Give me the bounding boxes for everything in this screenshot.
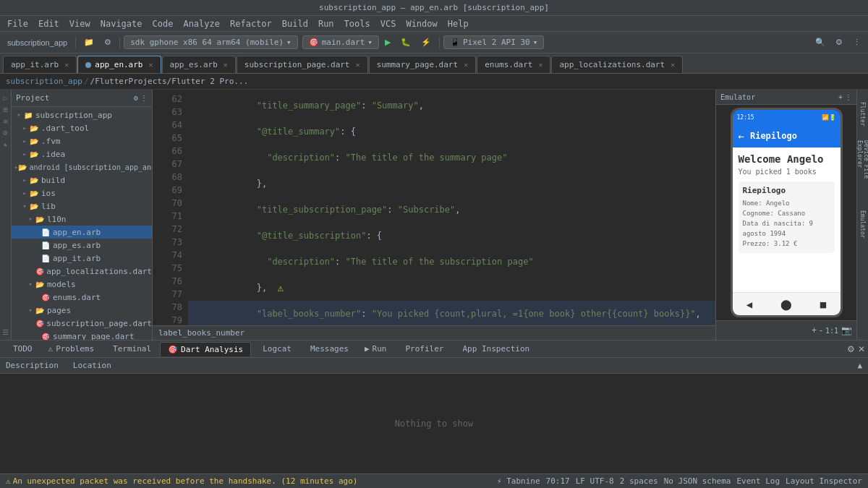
bottom-tab-problems[interactable]: ⚠ Problems bbox=[41, 342, 102, 356]
menu-code[interactable]: Code bbox=[148, 17, 178, 30]
menu-file[interactable]: File bbox=[3, 17, 33, 30]
project-header-gear[interactable]: ⚙ bbox=[134, 94, 138, 102]
toolbar-open-btn[interactable]: 📁 bbox=[80, 36, 98, 48]
code-editor[interactable]: "title_summary_page": "Summary", "@title… bbox=[188, 90, 715, 325]
bottom-tab-terminal[interactable]: Terminal bbox=[103, 342, 158, 356]
tab-enums-dart[interactable]: enums.dart ✕ bbox=[477, 56, 550, 73]
sidebar-icon-6[interactable]: ☰ bbox=[1, 327, 11, 337]
settings-btn[interactable]: ⚙ bbox=[831, 36, 847, 48]
tree-item-android[interactable]: ▸ 📂 android [subscription_app_android] bbox=[12, 160, 152, 174]
emulator-zoom-out[interactable]: - bbox=[820, 325, 822, 335]
emulator-selector[interactable]: 📱 Pixel 2 API 30 ▾ bbox=[443, 35, 544, 49]
emulator-header-btn1[interactable]: + bbox=[838, 93, 843, 101]
menu-analyze[interactable]: Analyze bbox=[179, 17, 224, 30]
bottom-tab-dart-analysis[interactable]: 🎯 Dart Analysis bbox=[160, 342, 251, 356]
bottom-tab-profiler[interactable]: Profiler bbox=[395, 342, 451, 356]
menu-vcs[interactable]: VCS bbox=[376, 17, 401, 30]
bottom-area: TODO ⚠ Problems Terminal 🎯 Dart Analysis… bbox=[0, 340, 868, 474]
run-button[interactable]: ▶ bbox=[380, 36, 395, 48]
tree-item-idea[interactable]: ▸ 📂 .idea bbox=[12, 147, 152, 160]
menu-view[interactable]: View bbox=[65, 17, 95, 30]
menu-refactor[interactable]: Refactor bbox=[226, 17, 276, 30]
phone-nav-recents[interactable]: ■ bbox=[820, 299, 826, 310]
more-btn[interactable]: ⋮ bbox=[848, 36, 865, 48]
bottom-tab-run[interactable]: ▶ Run bbox=[357, 342, 394, 356]
tree-item-fvm[interactable]: ▸ 📂 .fvm bbox=[12, 134, 152, 147]
tab-app-it-arb[interactable]: app_it.arb ✕ bbox=[3, 56, 77, 73]
breadcrumb-project[interactable]: subscription_app bbox=[6, 77, 82, 86]
toolbar-settings-btn[interactable]: ⚙ bbox=[100, 36, 116, 48]
tree-item-build[interactable]: ▸ 📂 build bbox=[12, 174, 152, 187]
phone-back-btn[interactable]: ← bbox=[739, 130, 744, 142]
left-sidebar-icons: ▷ ⊞ ≡ ⚙ ★ ☰ bbox=[0, 90, 12, 340]
tab-subscription-page-dart[interactable]: subscription_page.dart ✕ bbox=[237, 56, 368, 73]
device-selector[interactable]: sdk gphone x86 64 arm64 (mobile) ▾ bbox=[124, 35, 298, 49]
phone-nav-back[interactable]: ◀ bbox=[746, 299, 752, 310]
phone-nav-home[interactable]: ⬤ bbox=[780, 299, 792, 310]
tab-app-en-arb[interactable]: app_en.arb ✕ bbox=[77, 56, 161, 73]
emulator-manager-icon[interactable]: Emulator bbox=[857, 202, 869, 246]
profile-button[interactable]: ⚡ bbox=[417, 36, 435, 48]
tree-label: android [subscription_app_android] bbox=[29, 163, 152, 171]
tab-close-icon[interactable]: ✕ bbox=[356, 61, 360, 69]
layout-inspector-label[interactable]: Layout Inspector bbox=[786, 476, 862, 486]
tab-close-icon[interactable]: ✕ bbox=[538, 61, 542, 69]
search-everywhere-btn[interactable]: 🔍 bbox=[811, 36, 830, 48]
tree-item-dart-tool[interactable]: ▸ 📂 .dart_tool bbox=[12, 121, 152, 134]
tree-item-summary-page-dart[interactable]: 🎯 summary_page.dart bbox=[12, 330, 152, 340]
sidebar-icon-1[interactable]: ▷ bbox=[1, 93, 11, 103]
menu-window[interactable]: Window bbox=[401, 17, 441, 30]
tree-arrow: ▸ bbox=[20, 124, 29, 132]
debug-button[interactable]: 🐛 bbox=[396, 36, 415, 48]
tree-item-app-it-arb[interactable]: 📄 app_it.arb bbox=[12, 252, 152, 265]
tab-close-icon[interactable]: ✕ bbox=[64, 61, 69, 69]
bottom-tab-logcat[interactable]: Logcat bbox=[252, 342, 299, 356]
tree-item-root[interactable]: ▾ 📁 subscription_app bbox=[12, 108, 152, 121]
bottom-panel-close[interactable]: ✕ bbox=[858, 344, 865, 354]
device-file-explorer-icon[interactable]: Device File Explorer bbox=[857, 140, 869, 198]
emulator-header-btn2[interactable]: ⋮ bbox=[845, 93, 852, 101]
bottom-tab-app-inspection[interactable]: App Inspection bbox=[452, 342, 537, 356]
tab-close-icon[interactable]: ✕ bbox=[149, 61, 153, 69]
tree-item-l10n[interactable]: ▾ 📂 l10n bbox=[12, 213, 152, 226]
sidebar-icon-3[interactable]: ≡ bbox=[1, 116, 11, 126]
bottom-tab-todo[interactable]: TODO bbox=[3, 342, 40, 356]
tree-item-ios[interactable]: ▸ 📂 ios bbox=[12, 187, 152, 200]
menu-navigate[interactable]: Navigate bbox=[96, 17, 147, 30]
sidebar-icon-4[interactable]: ⚙ bbox=[1, 127, 11, 137]
project-header-more[interactable]: ⋮ bbox=[140, 94, 148, 102]
tab-summary-page-dart[interactable]: summary_page.dart ✕ bbox=[369, 56, 477, 73]
breadcrumb-path[interactable]: /FlutterProjects/Flutter 2 Pro... bbox=[90, 77, 249, 86]
tab-app-localizations-dart[interactable]: app_localizations.dart ✕ bbox=[551, 56, 683, 73]
tree-item-pages[interactable]: ▾ 📂 pages bbox=[12, 304, 152, 317]
event-log-label[interactable]: Event Log bbox=[736, 476, 780, 486]
tree-item-models[interactable]: ▾ 📂 models bbox=[12, 278, 152, 291]
tab-close-icon[interactable]: ✕ bbox=[464, 61, 468, 69]
tab-app-es-arb[interactable]: app_es.arb ✕ bbox=[162, 56, 236, 73]
tree-item-app-en-arb[interactable]: 📄 app_en.arb bbox=[12, 226, 152, 239]
tree-item-app-localizations-dart[interactable]: 🎯 app_localizations.dart bbox=[12, 265, 152, 278]
menu-help[interactable]: Help bbox=[443, 17, 473, 30]
bottom-tab-messages[interactable]: Messages bbox=[300, 342, 356, 356]
phone-nav-bar: ◀ ⬤ ■ bbox=[733, 292, 841, 315]
tree-item-enums-dart[interactable]: 🎯 enums.dart bbox=[12, 291, 152, 304]
sidebar-icon-5[interactable]: ★ bbox=[1, 139, 11, 149]
run-config-selector[interactable]: 🎯 main.dart ▾ bbox=[302, 35, 379, 49]
tree-item-app-es-arb[interactable]: 📄 app_es.arb bbox=[12, 239, 152, 252]
sidebar-icon-2[interactable]: ⊞ bbox=[1, 104, 11, 114]
emulator-screenshot[interactable]: 📷 bbox=[841, 325, 852, 335]
menu-tools[interactable]: Tools bbox=[340, 17, 375, 30]
tab-close-icon[interactable]: ✕ bbox=[671, 61, 675, 69]
tree-item-lib[interactable]: ▾ 📂 lib bbox=[12, 200, 152, 213]
menu-run[interactable]: Run bbox=[314, 17, 339, 30]
emulator-zoom-in[interactable]: + bbox=[812, 325, 817, 335]
toolbar-project-btn[interactable]: subscription_app bbox=[3, 37, 72, 48]
tree-item-subscription-page-dart[interactable]: 🎯 subscription_page.dart bbox=[12, 317, 152, 330]
tab-close-icon[interactable]: ✕ bbox=[224, 61, 228, 69]
menu-build[interactable]: Build bbox=[278, 17, 312, 30]
bottom-panel-settings[interactable]: ⚙ bbox=[847, 344, 855, 354]
menu-edit[interactable]: Edit bbox=[34, 17, 64, 30]
flutter-outline-icon[interactable]: Flutter bbox=[857, 93, 869, 136]
location-sort-icon[interactable]: ▲ bbox=[857, 361, 862, 370]
tabnine-label[interactable]: ⚡ Tabnine bbox=[497, 476, 540, 486]
